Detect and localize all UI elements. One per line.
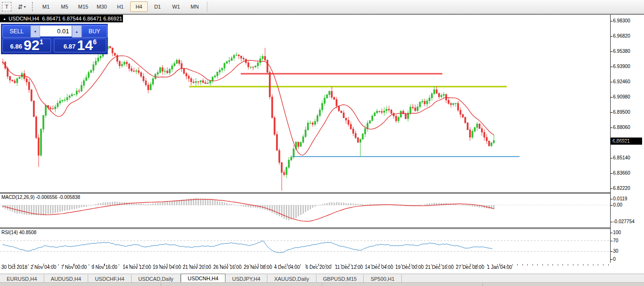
time-tick-minor <box>341 264 341 266</box>
time-tick-minor <box>558 264 558 266</box>
time-tick-minor <box>386 264 387 266</box>
buy-price-display[interactable]: 6.87 14 6 <box>54 39 106 52</box>
time-axis[interactable]: 30 Oct 20182 Nov 04:007 Nov 00:009 Nov 1… <box>0 263 644 274</box>
macd-chart-canvas[interactable] <box>0 194 610 227</box>
chart-tab-audusd-h4[interactable]: AUDUSD,H4 <box>44 275 89 283</box>
chart-tab-usdchf-h4[interactable]: USDCHF,H4 <box>88 275 132 283</box>
time-tick-minor <box>23 264 23 266</box>
time-axis-label: 27 Dec 08:00 <box>456 265 484 270</box>
time-tick-minor <box>568 264 568 266</box>
axis-tick <box>611 97 613 98</box>
toolbar-grip[interactable] <box>32 2 33 11</box>
time-tick-minor <box>200 264 200 266</box>
timeframe-button-m30[interactable]: M30 <box>93 1 111 12</box>
strip-divider <box>161 283 161 286</box>
main-axis-label: 6.90980 <box>613 94 630 100</box>
timeframe-button-d1[interactable]: D1 <box>149 1 166 12</box>
axis-tick <box>611 51 613 52</box>
time-tick-minor <box>406 264 407 266</box>
timeframe-button-w1[interactable]: W1 <box>167 1 185 12</box>
one-click-trade-panel: SELL ▼ 0.01 ▲ BUY 6.86 92 1 6.87 14 6 <box>1 24 108 54</box>
time-tick-minor <box>361 264 361 266</box>
main-axis-label: 6.92460 <box>613 79 630 85</box>
time-tick-minor <box>381 264 382 266</box>
rsi-chart-canvas[interactable] <box>0 229 610 263</box>
chart-tab-usdcnh-h4[interactable]: USDCNH,H4 <box>181 274 225 283</box>
text-tool-icon[interactable]: T <box>2 2 11 11</box>
chart-tab-gbpusd-m15[interactable]: GBPUSD,M15 <box>317 275 364 283</box>
time-tick-minor <box>326 264 326 266</box>
timeframe-button-mn[interactable]: MN <box>186 1 204 12</box>
arrange-arrows-icon[interactable]: ⇵ ▾ <box>16 2 27 11</box>
time-axis-label: 30 Oct 2018 <box>1 265 27 270</box>
strip-divider <box>482 283 483 286</box>
time-tick-minor <box>588 264 588 266</box>
time-tick-minor <box>366 264 367 266</box>
buy-button[interactable]: BUY <box>82 25 107 38</box>
axis-tick <box>611 67 613 67</box>
time-tick-minor <box>296 264 296 266</box>
quote-header[interactable]: ▲ USDCNH,H4 6.86471 6.87544 6.86471 6.86… <box>0 15 123 22</box>
time-tick-minor <box>53 264 54 266</box>
time-tick-minor <box>336 264 336 266</box>
lot-decrease-button[interactable]: ▼ <box>31 25 40 38</box>
time-tick-minor <box>83 264 84 266</box>
time-tick-minor <box>104 264 104 266</box>
rsi-axis-label: 0 <box>613 256 616 263</box>
lot-size-input[interactable]: 0.01 <box>40 25 72 37</box>
axis-tick <box>611 199 613 199</box>
status-strip <box>0 282 644 286</box>
sell-button[interactable]: SELL <box>2 25 31 38</box>
buy-price-prefix: 6.87 <box>63 43 75 51</box>
time-tick-minor <box>522 264 523 266</box>
main-axis-label: 6.89500 <box>613 109 630 116</box>
axis-tick <box>611 128 613 128</box>
chart-tab-eurusd-h4[interactable]: EURUSD,H4 <box>0 275 44 283</box>
time-tick-minor <box>184 264 185 266</box>
time-tick-minor <box>164 264 165 266</box>
time-tick-minor <box>421 264 422 266</box>
time-tick-minor <box>63 264 64 266</box>
time-tick-minor <box>144 264 144 266</box>
time-tick-minor <box>139 264 140 266</box>
dropdown-caret-icon[interactable]: ▾ <box>24 5 26 9</box>
separator-main-macd[interactable] <box>0 192 610 193</box>
axis-tick <box>611 233 613 233</box>
chart-tab-usdjpy-h4[interactable]: USDJPY,H4 <box>225 275 267 283</box>
time-tick-minor <box>552 264 553 266</box>
timeframe-button-m15[interactable]: M15 <box>74 1 92 12</box>
timeframe-button-h1[interactable]: H1 <box>112 1 129 12</box>
separator-macd-rsi[interactable] <box>0 227 610 228</box>
time-tick-minor <box>250 264 250 266</box>
timeframe-button-h4[interactable]: H4 <box>130 1 148 12</box>
rsi-axis-label: 30 <box>613 248 618 255</box>
timeframe-button-m5[interactable]: M5 <box>56 1 73 12</box>
time-axis-label: 14 Nov 12:00 <box>123 265 151 270</box>
time-tick-minor <box>220 264 220 266</box>
sell-price-display[interactable]: 6.86 92 1 <box>2 39 51 52</box>
time-tick-minor <box>411 264 412 266</box>
axis-tick <box>611 143 613 143</box>
time-tick-minor <box>593 264 593 266</box>
main-axis-label: 6.95380 <box>613 48 630 55</box>
timeframe-button-m1[interactable]: M1 <box>37 1 55 12</box>
time-axis-label: 26 Nov 16:00 <box>213 265 242 270</box>
axis-tick <box>611 251 613 252</box>
macd-axis-label: -0.027754 <box>613 218 634 225</box>
time-tick-minor <box>457 264 457 266</box>
chart-tab-xauusd-daily[interactable]: XAUUSD,Daily <box>267 275 316 283</box>
time-tick-minor <box>346 264 346 266</box>
time-tick-minor <box>487 264 488 266</box>
time-tick-minor <box>13 264 13 266</box>
time-tick-minor <box>482 264 482 266</box>
time-tick-minor <box>109 264 109 266</box>
chart-tab-sp500-h1[interactable]: SP500,H1 <box>364 275 401 283</box>
macd-axis-label: 0.00 <box>613 202 622 208</box>
time-axis-label: 9 Nov 16:00 <box>92 265 117 270</box>
collapse-triangle-icon[interactable]: ▲ <box>3 17 6 20</box>
time-tick-minor <box>114 264 114 266</box>
chart-tab-usdcad-daily[interactable]: USDCAD,Daily <box>132 275 181 283</box>
time-tick-minor <box>8 264 9 266</box>
axis-tick <box>611 21 613 21</box>
lot-increase-button[interactable]: ▲ <box>72 25 82 38</box>
